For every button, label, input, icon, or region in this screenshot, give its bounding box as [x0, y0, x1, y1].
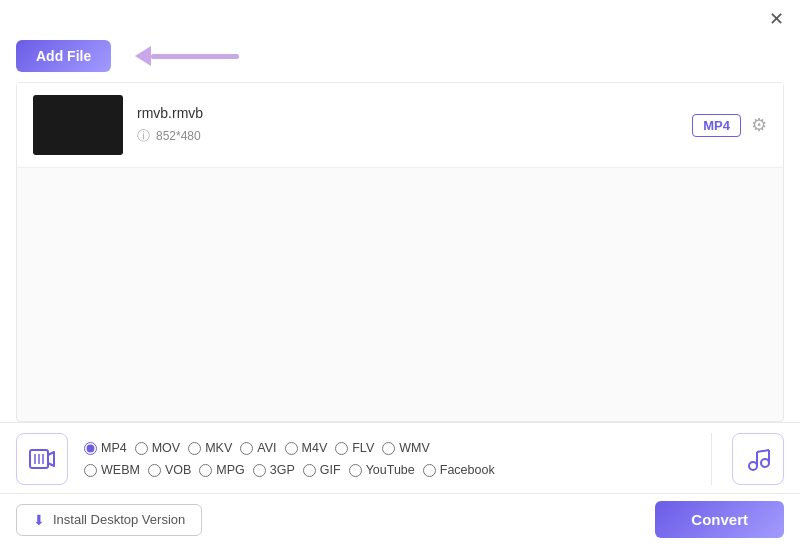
info-icon: ⓘ	[137, 127, 150, 145]
format-option-facebook[interactable]: Facebook	[419, 461, 499, 479]
arrow-indicator	[135, 46, 239, 66]
audio-format-icon[interactable]	[732, 433, 784, 485]
file-meta: ⓘ 852*480	[137, 127, 678, 145]
format-option-mp4[interactable]: MP4	[80, 439, 131, 457]
add-file-button[interactable]: Add File	[16, 40, 111, 72]
install-desktop-button[interactable]: ⬇ Install Desktop Version	[16, 504, 202, 536]
vertical-divider	[711, 433, 712, 485]
close-button[interactable]: ✕	[765, 8, 788, 30]
convert-button[interactable]: Convert	[655, 501, 784, 538]
format-selector: MP4 MOV MKV AVI M4V FLV WMV	[0, 422, 800, 493]
svg-point-5	[761, 459, 769, 467]
format-option-m4v[interactable]: M4V	[281, 439, 332, 457]
format-option-webm[interactable]: WEBM	[80, 461, 144, 479]
format-option-avi[interactable]: AVI	[236, 439, 280, 457]
file-thumbnail	[33, 95, 123, 155]
format-option-vob[interactable]: VOB	[144, 461, 195, 479]
format-option-mov[interactable]: MOV	[131, 439, 184, 457]
format-option-gif[interactable]: GIF	[299, 461, 345, 479]
format-option-3gp[interactable]: 3GP	[249, 461, 299, 479]
svg-line-8	[757, 450, 769, 452]
format-badge-button[interactable]: MP4	[692, 114, 741, 137]
format-option-youtube[interactable]: YouTube	[345, 461, 419, 479]
format-option-flv[interactable]: FLV	[331, 439, 378, 457]
table-row: rmvb.rmvb ⓘ 852*480 MP4 ⚙	[17, 83, 783, 168]
bottom-bar: ⬇ Install Desktop Version Convert	[0, 493, 800, 545]
install-label: Install Desktop Version	[53, 512, 185, 527]
settings-button[interactable]: ⚙	[751, 114, 767, 136]
file-info: rmvb.rmvb ⓘ 852*480	[137, 105, 678, 145]
title-bar: ✕	[0, 0, 800, 34]
video-format-icon[interactable]	[16, 433, 68, 485]
format-option-mpg[interactable]: MPG	[195, 461, 248, 479]
file-actions: MP4 ⚙	[692, 114, 767, 137]
format-option-mkv[interactable]: MKV	[184, 439, 236, 457]
format-option-wmv[interactable]: WMV	[378, 439, 434, 457]
format-options-grid: MP4 MOV MKV AVI M4V FLV WMV	[80, 439, 699, 479]
file-resolution: 852*480	[156, 129, 201, 143]
file-name: rmvb.rmvb	[137, 105, 678, 121]
svg-point-4	[749, 462, 757, 470]
file-list: rmvb.rmvb ⓘ 852*480 MP4 ⚙	[16, 82, 784, 422]
toolbar: Add File	[0, 34, 800, 82]
download-icon: ⬇	[33, 512, 45, 528]
